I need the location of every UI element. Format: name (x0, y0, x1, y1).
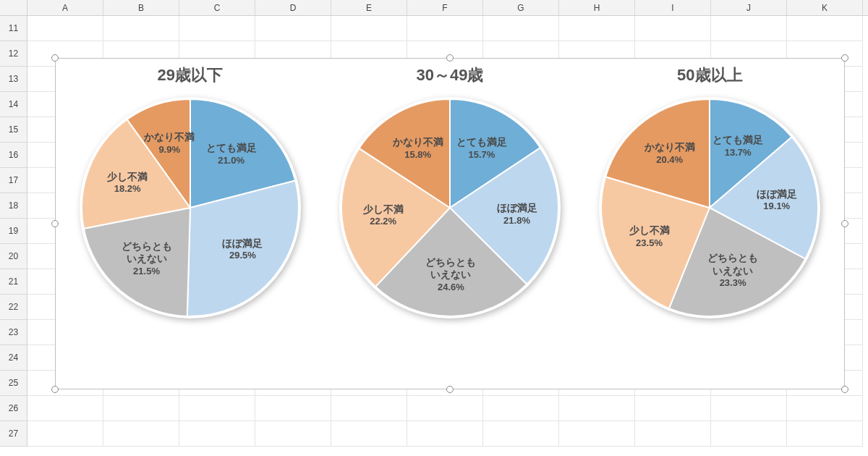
slice-percent: 15.8% (393, 149, 443, 161)
row-header[interactable]: 25 (0, 371, 27, 396)
slice-percent: 23.5% (629, 237, 670, 249)
row-header[interactable]: 18 (0, 193, 27, 219)
resize-handle-mr[interactable] (841, 220, 848, 227)
row-header[interactable]: 22 (0, 295, 27, 320)
resize-handle-tl[interactable] (51, 54, 59, 62)
column-header[interactable]: D (255, 0, 331, 15)
cell[interactable] (255, 16, 331, 41)
column-header[interactable]: C (179, 0, 255, 15)
slice-label: とても満足13.7% (712, 135, 763, 159)
slice-label: どちらともいえない21.5% (122, 240, 172, 277)
chart-title: 50歳以上 (677, 64, 742, 86)
cell[interactable] (179, 16, 255, 41)
cell[interactable] (711, 16, 787, 41)
row-header[interactable]: 14 (0, 92, 27, 117)
row-header[interactable]: 13 (0, 67, 27, 92)
cell[interactable] (559, 396, 635, 421)
row-header[interactable]: 17 (0, 168, 27, 193)
select-all-corner[interactable] (0, 0, 27, 15)
chart-object[interactable]: 29歳以下とても満足21.0%ほぼ満足29.5%どちらともいえない21.5%少し… (55, 58, 845, 389)
slice-percent: 9.9% (144, 144, 195, 156)
row-header[interactable]: 27 (0, 421, 27, 447)
column-header[interactable]: B (103, 0, 179, 15)
grid-row: 27 (0, 421, 868, 447)
slice-percent: 20.4% (644, 154, 695, 166)
row-header[interactable]: 21 (0, 269, 27, 295)
cell[interactable] (483, 16, 559, 41)
column-headers: ABCDEFGHIJK (0, 0, 868, 16)
cell[interactable] (255, 421, 331, 447)
row-header[interactable]: 19 (0, 219, 27, 244)
cell[interactable] (483, 396, 559, 421)
slice-percent: 23.3% (707, 278, 758, 290)
pie-plot-area[interactable]: とても満足13.7%ほぼ満足19.1%どちらともいえない23.3%少し不満23.… (594, 92, 825, 324)
cell[interactable] (635, 421, 711, 447)
column-header[interactable]: G (483, 0, 559, 15)
cell[interactable] (407, 421, 483, 447)
pie-plot-area[interactable]: とても満足15.7%ほぼ満足21.8%どちらともいえない24.6%少し不満22.… (334, 92, 566, 324)
cell[interactable] (331, 16, 407, 41)
row-header[interactable]: 16 (0, 143, 27, 168)
cell[interactable] (27, 421, 103, 447)
column-header[interactable]: H (559, 0, 635, 15)
cell[interactable] (27, 16, 103, 41)
row-header[interactable]: 11 (0, 16, 27, 41)
column-header[interactable]: I (635, 0, 711, 15)
row-header[interactable]: 12 (0, 41, 27, 67)
slice-label: 少し不満22.2% (363, 203, 404, 228)
pie-chart[interactable]: 29歳以下とても満足21.0%ほぼ満足29.5%どちらともいえない21.5%少し… (64, 64, 317, 324)
column-header[interactable]: K (787, 0, 863, 15)
pie-plot-area[interactable]: とても満足21.0%ほぼ満足29.5%どちらともいえない21.5%少し不満18.… (75, 92, 306, 324)
column-header[interactable]: F (407, 0, 483, 15)
cell[interactable] (787, 396, 863, 421)
row-header[interactable]: 26 (0, 396, 27, 421)
resize-handle-ml[interactable] (51, 220, 59, 227)
grid-row: 26 (0, 396, 868, 421)
charts-row: 29歳以下とても満足21.0%ほぼ満足29.5%どちらともいえない21.5%少し… (56, 59, 844, 389)
resize-handle-bm[interactable] (446, 386, 454, 393)
row-header[interactable]: 20 (0, 244, 27, 269)
cell[interactable] (407, 16, 483, 41)
cell[interactable] (103, 16, 179, 41)
resize-handle-bl[interactable] (51, 386, 59, 393)
cell[interactable] (103, 396, 179, 421)
column-header[interactable]: J (711, 0, 787, 15)
grid-row: 11 (0, 16, 868, 41)
cell[interactable] (407, 396, 483, 421)
slice-label: 少し不満23.5% (629, 225, 670, 250)
cell[interactable] (103, 421, 179, 447)
cell[interactable] (559, 421, 635, 447)
chart-title: 29歳以下 (157, 64, 222, 86)
cell[interactable] (483, 421, 559, 447)
slice-percent: 29.5% (222, 250, 263, 262)
cell[interactable] (635, 16, 711, 41)
resize-handle-tm[interactable] (446, 54, 454, 62)
column-header[interactable]: E (331, 0, 407, 15)
cell[interactable] (331, 421, 407, 447)
cell[interactable] (787, 421, 863, 447)
slice-label: とても満足15.7% (456, 136, 507, 161)
slice-label: どちらともいえない23.3% (707, 253, 758, 290)
cell[interactable] (711, 396, 787, 421)
slice-label: かなり不満15.8% (393, 136, 443, 161)
cell[interactable] (711, 421, 787, 447)
cell[interactable] (635, 396, 711, 421)
pie-chart[interactable]: 50歳以上とても満足13.7%ほぼ満足19.1%どちらともいえない23.3%少し… (583, 64, 836, 324)
resize-handle-br[interactable] (841, 386, 848, 393)
cell[interactable] (179, 396, 255, 421)
column-header[interactable]: A (27, 0, 103, 15)
row-header[interactable]: 24 (0, 345, 27, 371)
cell[interactable] (27, 396, 103, 421)
cell[interactable] (559, 16, 635, 41)
cell[interactable] (787, 16, 863, 41)
slice-label: どちらともいえない24.6% (425, 256, 476, 293)
slice-percent: 15.7% (456, 149, 507, 161)
cell[interactable] (255, 396, 331, 421)
row-header[interactable]: 15 (0, 117, 27, 143)
resize-handle-tr[interactable] (841, 54, 848, 62)
row-header[interactable]: 23 (0, 320, 27, 345)
slice-label: ほぼ満足19.1% (757, 188, 797, 213)
cell[interactable] (179, 421, 255, 447)
pie-chart[interactable]: 30～49歳とても満足15.7%ほぼ満足21.8%どちらともいえない24.6%少… (323, 64, 576, 324)
cell[interactable] (331, 396, 407, 421)
